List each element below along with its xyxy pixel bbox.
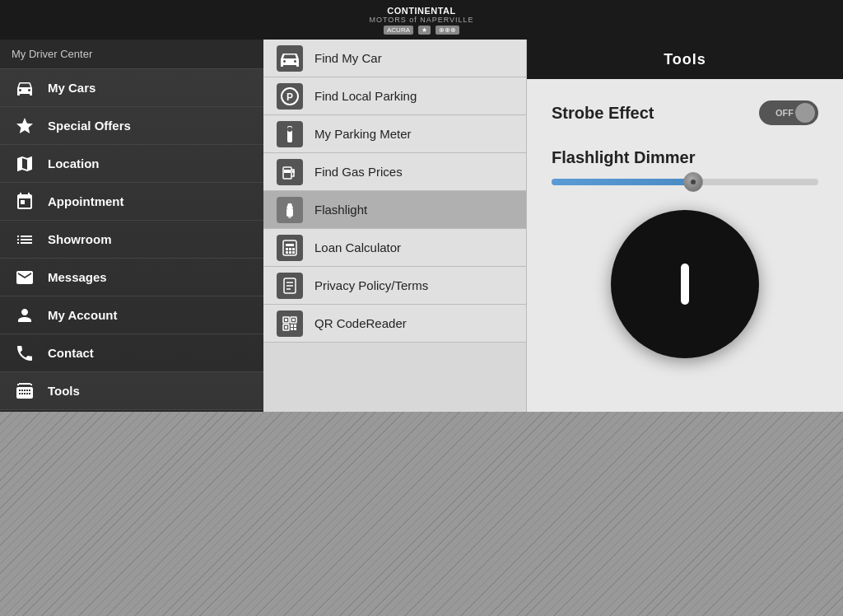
- below-app-area: [0, 412, 843, 616]
- my-parking-meter-icon: [275, 119, 305, 149]
- flashlight-dimmer-section: Flashlight Dimmer: [552, 143, 818, 189]
- flashlight-dimmer-label: Flashlight Dimmer: [552, 148, 695, 167]
- calendar-icon: [12, 189, 38, 215]
- tool-find-local-parking[interactable]: P Find Local Parking: [263, 77, 526, 115]
- strobe-toggle[interactable]: OFF: [759, 100, 818, 125]
- logo-main: CONTINENTAL: [387, 6, 456, 16]
- dimmer-slider-track[interactable]: [552, 179, 818, 185]
- logo-sub: MOTORS of NAPERVILLE: [369, 16, 473, 24]
- sidebar-item-messages-label: Messages: [48, 270, 107, 284]
- right-panel: Tools Strobe Effect OFF Flashl: [527, 40, 843, 412]
- car-icon: [12, 75, 38, 101]
- svg-rect-28: [277, 310, 303, 337]
- svg-rect-9: [284, 170, 291, 173]
- right-panel-title: Tools: [664, 51, 706, 68]
- sidebar-item-special-offers[interactable]: Special Offers: [0, 107, 263, 145]
- top-bar: CONTINENTAL MOTORS of NAPERVILLE ACURA ★…: [0, 0, 843, 40]
- svg-rect-36: [294, 324, 296, 327]
- dimmer-slider-container[interactable]: [552, 175, 818, 189]
- svg-rect-38: [294, 328, 296, 330]
- brand-acura: ACURA: [384, 26, 413, 35]
- find-gas-prices-icon: [275, 157, 305, 187]
- brand-star: ★: [418, 26, 431, 35]
- tool-find-my-car[interactable]: Find My Car: [263, 40, 526, 77]
- svg-text:P: P: [286, 91, 293, 103]
- svg-point-6: [287, 127, 292, 132]
- svg-rect-13: [288, 217, 291, 218]
- sidebar-item-showroom[interactable]: Showroom: [0, 221, 263, 259]
- tool-qr-code-label: QR CodeReader: [314, 316, 407, 330]
- sidebar-item-tools-label: Tools: [48, 384, 80, 398]
- brand-other: ⊕⊕⊕: [435, 26, 459, 35]
- svg-rect-20: [286, 251, 288, 254]
- sidebar-item-special-offers-label: Special Offers: [48, 119, 131, 133]
- loan-calculator-icon: [275, 233, 305, 263]
- sidebar-item-location[interactable]: Location: [0, 145, 263, 183]
- flashlight-display: [611, 210, 759, 358]
- right-header: Tools: [527, 40, 843, 79]
- envelope-icon: [12, 264, 38, 291]
- tool-privacy-policy[interactable]: Privacy Policy/Terms: [263, 267, 526, 305]
- strobe-toggle-knob: [795, 103, 815, 123]
- strobe-toggle-off-label: OFF: [775, 108, 794, 118]
- sidebar-item-my-account[interactable]: My Account: [0, 296, 263, 334]
- tool-my-parking-meter[interactable]: My Parking Meter: [263, 115, 526, 153]
- star-icon: [12, 113, 38, 139]
- sidebar-header: My Driver Center: [0, 40, 263, 69]
- sidebar-item-appointment[interactable]: Appointment: [0, 183, 263, 221]
- svg-rect-21: [289, 251, 291, 254]
- svg-rect-18: [289, 248, 291, 250]
- svg-rect-37: [291, 328, 293, 330]
- tool-find-my-car-label: Find My Car: [314, 51, 382, 65]
- svg-rect-17: [286, 248, 288, 250]
- sidebar-item-my-account-label: My Account: [48, 308, 117, 322]
- person-icon: [12, 302, 38, 329]
- strobe-effect-label: Strobe Effect: [552, 104, 654, 123]
- svg-rect-22: [292, 251, 295, 254]
- svg-rect-34: [285, 326, 287, 329]
- svg-rect-10: [292, 170, 295, 173]
- sidebar-item-my-cars[interactable]: My Cars: [0, 69, 263, 107]
- sidebar-item-showroom-label: Showroom: [48, 232, 112, 246]
- find-local-parking-icon: P: [275, 82, 305, 111]
- center-panel: Find My Car P Find Local Parking My Park…: [263, 40, 527, 412]
- tool-find-local-parking-label: Find Local Parking: [314, 89, 417, 103]
- tool-my-parking-meter-label: My Parking Meter: [314, 127, 412, 141]
- svg-rect-16: [286, 244, 294, 246]
- sidebar-item-contact[interactable]: Contact: [0, 334, 263, 372]
- tool-flashlight-label: Flashlight: [314, 203, 367, 217]
- sidebar-item-messages[interactable]: Messages: [0, 259, 263, 296]
- svg-rect-35: [291, 324, 293, 327]
- svg-rect-30: [285, 319, 287, 321]
- strobe-effect-row: Strobe Effect OFF: [552, 96, 818, 130]
- tool-qr-code[interactable]: QR CodeReader: [263, 305, 526, 343]
- contact-icon: [12, 340, 38, 366]
- tool-loan-calculator[interactable]: Loan Calculator: [263, 229, 526, 267]
- flashlight-beam: [681, 264, 689, 305]
- tool-find-gas-prices-label: Find Gas Prices: [314, 165, 403, 179]
- dimmer-slider-fill: [552, 179, 698, 185]
- dimmer-slider-thumb[interactable]: [683, 172, 703, 192]
- sidebar-item-appointment-label: Appointment: [48, 194, 123, 208]
- qr-code-icon: [275, 309, 305, 338]
- sidebar-item-location-label: Location: [48, 156, 100, 170]
- sidebar: My Driver Center My Cars Special Offers: [0, 40, 263, 412]
- sidebar-item-my-cars-label: My Cars: [48, 81, 95, 95]
- tools-icon: [12, 378, 38, 404]
- showroom-icon: [12, 226, 38, 253]
- svg-rect-19: [292, 248, 295, 250]
- svg-rect-12: [286, 208, 293, 217]
- sidebar-item-tools[interactable]: Tools: [0, 372, 263, 410]
- tool-loan-calculator-label: Loan Calculator: [314, 240, 401, 254]
- map-icon: [12, 151, 38, 177]
- flashlight-icon: [275, 195, 305, 225]
- privacy-policy-icon: [275, 271, 305, 301]
- tool-privacy-policy-label: Privacy Policy/Terms: [314, 278, 428, 292]
- right-content: Strobe Effect OFF Flashlight Dimmer: [527, 79, 843, 412]
- sidebar-item-contact-label: Contact: [48, 346, 94, 360]
- svg-rect-32: [292, 319, 295, 321]
- find-my-car-icon: [275, 44, 305, 73]
- tool-flashlight[interactable]: Flashlight: [263, 191, 526, 229]
- tool-find-gas-prices[interactable]: Find Gas Prices: [263, 153, 526, 191]
